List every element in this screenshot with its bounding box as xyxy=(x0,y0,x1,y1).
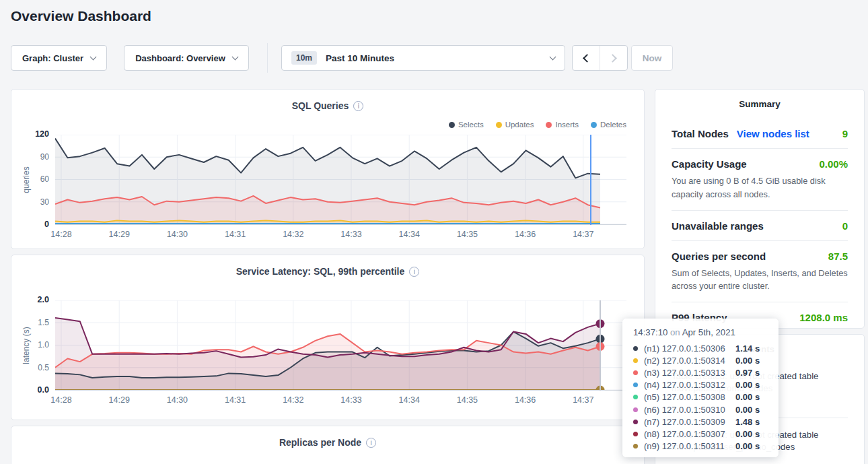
node-color-dot-icon xyxy=(633,370,638,375)
summary-item-label: Unavailable ranges xyxy=(672,220,764,232)
x-axis-tick: 14:33 xyxy=(334,395,368,405)
chart-title-text: Replicas per Node xyxy=(279,437,361,448)
tooltip-node-value: 0.00 s xyxy=(735,405,768,415)
tooltip-node-value: 1.48 s xyxy=(735,417,768,427)
view-nodes-list-link[interactable]: View nodes list xyxy=(737,128,809,139)
y-axis-tick: 1.5 xyxy=(11,318,49,327)
tooltip-node-row: (n9) 127.0.0.1:503110.00 s xyxy=(633,440,768,453)
now-button-label: Now xyxy=(643,53,662,63)
legend-dot-icon xyxy=(496,122,502,128)
legend-item[interactable]: Deletes xyxy=(591,121,626,129)
summary-item: Unavailable ranges0 xyxy=(672,211,848,241)
tooltip-node-row: (n7) 127.0.0.1:503091.48 s xyxy=(633,416,768,428)
chart-legend: SelectsUpdatesInsertsDeletes xyxy=(449,121,626,129)
node-color-dot-icon xyxy=(633,432,638,436)
page-title: Overview Dashboard xyxy=(11,8,151,24)
legend-item[interactable]: Updates xyxy=(496,121,534,129)
summary-item-value: 1208.0 ms xyxy=(799,312,848,323)
tooltip-node-label: (n8) 127.0.0.1:50307 xyxy=(644,429,725,439)
tooltip-node-row: (n6) 127.0.0.1:503100.00 s xyxy=(633,403,768,416)
node-color-dot-icon xyxy=(633,407,638,412)
tooltip-node-value: 1.14 s xyxy=(735,343,768,354)
summary-item: Total NodesView nodes list9 xyxy=(672,119,848,149)
legend-dot-icon xyxy=(546,122,552,128)
x-axis-tick: 14:32 xyxy=(277,395,310,405)
summary-items: Total NodesView nodes list9Capacity Usag… xyxy=(655,119,864,332)
node-color-dot-icon xyxy=(633,420,638,424)
node-color-dot-icon xyxy=(633,444,638,449)
chart-hover-tooltip: 14:37:10 on Apr 5th, 2021 (n1) 127.0.0.1… xyxy=(622,319,779,457)
summary-item-value: 0 xyxy=(842,220,848,232)
info-icon[interactable] xyxy=(353,101,363,111)
tooltip-on-word: on xyxy=(670,327,680,337)
x-axis-tick: 14:31 xyxy=(219,230,252,239)
tooltip-node-value: 0.00 s xyxy=(735,380,768,390)
y-axis-tick: 1.0 xyxy=(11,340,49,350)
tooltip-timestamp: 14:37:10 on Apr 5th, 2021 xyxy=(633,327,768,337)
summary-item-description: You are using 0 B of 4.5 GiB usable disk… xyxy=(672,174,848,201)
x-axis-tick: 14:34 xyxy=(392,395,426,405)
time-prev-button[interactable] xyxy=(573,46,600,70)
tooltip-node-row: (n1) 127.0.0.1:503061.14 s xyxy=(633,342,768,354)
tooltip-node-value: 0.00 s xyxy=(735,441,768,451)
legend-item[interactable]: Selects xyxy=(449,121,484,129)
tooltip-node-row: (n3) 127.0.0.1:503130.97 s xyxy=(633,366,768,378)
graph-dropdown-label: Graph: Cluster xyxy=(22,53,83,63)
x-axis-tick: 14:29 xyxy=(102,395,136,405)
dashboard-dropdown[interactable]: Dashboard: Overview xyxy=(124,45,249,71)
time-range-label: Past 10 Minutes xyxy=(326,53,394,63)
tooltip-node-row: (n2) 127.0.0.1:503140.00 s xyxy=(633,354,768,366)
x-axis-tick: 14:31 xyxy=(219,395,252,405)
summary-item-label: Total Nodes xyxy=(672,128,729,139)
hover-timeline xyxy=(600,300,601,391)
x-axis-tick: 14:36 xyxy=(509,230,542,239)
summary-item: Capacity Usage0.00%You are using 0 B of … xyxy=(672,149,848,211)
info-icon[interactable] xyxy=(366,438,376,448)
x-axis-tick: 14:30 xyxy=(160,395,194,405)
summary-item-row: Unavailable ranges0 xyxy=(672,220,848,232)
x-axis-tick: 14:37 xyxy=(567,395,600,405)
graph-dropdown[interactable]: Graph: Cluster xyxy=(11,45,107,71)
summary-item-label: Queries per second xyxy=(672,251,766,262)
tooltip-node-label: (n7) 127.0.0.1:50309 xyxy=(644,417,725,427)
x-axis-tick: 14:37 xyxy=(567,230,600,239)
now-button[interactable]: Now xyxy=(631,45,673,71)
summary-panel: Summary Total NodesView nodes list9Capac… xyxy=(655,89,865,329)
info-icon[interactable] xyxy=(409,267,419,277)
chart-title: Service Latency: SQL, 99th percentile xyxy=(11,266,644,277)
summary-item: Queries per second87.5Sum of Selects, Up… xyxy=(672,241,848,303)
plot-area[interactable] xyxy=(55,300,626,391)
y-axis-tick: 2.0 xyxy=(11,295,49,304)
y-axis-tick: 0.0 xyxy=(11,385,49,395)
x-axis-tick: 14:33 xyxy=(334,230,368,239)
chevron-down-icon xyxy=(231,53,238,60)
legend-label: Selects xyxy=(458,121,484,129)
time-pager xyxy=(572,45,628,71)
x-axis-tick: 14:35 xyxy=(450,230,484,239)
time-range-picker[interactable]: 10m Past 10 Minutes xyxy=(281,45,565,71)
tooltip-node-label: (n9) 127.0.0.1:50311 xyxy=(644,441,725,451)
time-next-button[interactable] xyxy=(600,46,627,70)
summary-item-row: Capacity Usage0.00% xyxy=(672,158,848,170)
summary-item-value: 87.5 xyxy=(828,251,848,262)
legend-label: Updates xyxy=(505,121,534,129)
chart-title-text: Service Latency: SQL, 99th percentile xyxy=(236,266,405,277)
chevron-down-icon xyxy=(550,53,556,60)
x-axis-tick: 14:29 xyxy=(102,230,136,239)
summary-item-label: Capacity Usage xyxy=(672,158,747,170)
plot-area[interactable] xyxy=(55,135,626,225)
replicas-per-node-chart-card: Replicas per Node xyxy=(11,426,645,464)
controls-divider xyxy=(267,43,268,73)
summary-item-value: 9 xyxy=(842,128,848,139)
service-latency-chart-card: Service Latency: SQL, 99th percentile la… xyxy=(11,255,645,420)
tooltip-node-label: (n5) 127.0.0.1:50308 xyxy=(644,392,725,402)
summary-item-row: Total NodesView nodes list9 xyxy=(672,128,848,139)
legend-item[interactable]: Inserts xyxy=(546,121,579,129)
node-color-dot-icon xyxy=(633,346,638,351)
summary-item-value: 0.00% xyxy=(819,158,848,170)
summary-item-description: Sum of Selects, Updates, Inserts, and De… xyxy=(672,267,848,294)
chevron-left-icon xyxy=(583,54,591,63)
tooltip-time: 14:37:10 xyxy=(633,327,667,337)
x-axis-tick: 14:30 xyxy=(160,230,194,239)
tooltip-date: Apr 5th, 2021 xyxy=(682,327,735,337)
